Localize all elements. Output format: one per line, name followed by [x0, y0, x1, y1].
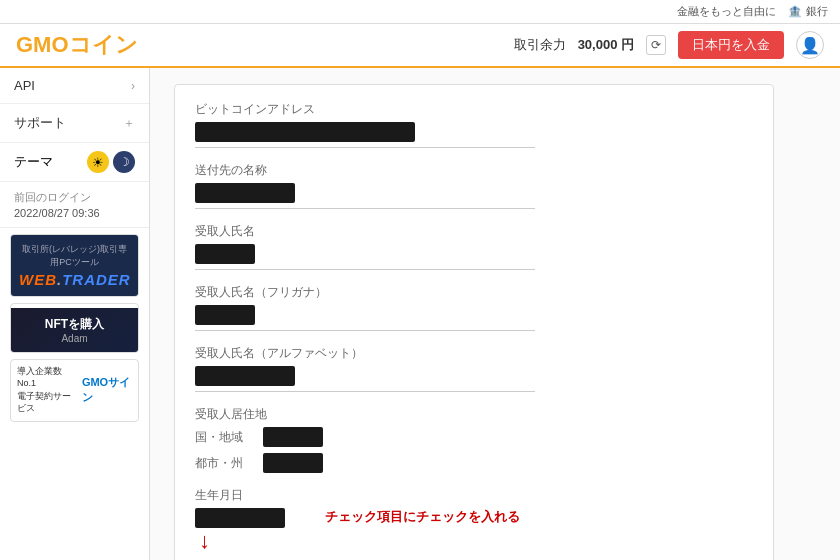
country-row: 国・地域 [195, 427, 753, 447]
city-row: 都市・州 [195, 453, 753, 473]
slogan-text: 金融をもっと自由に [677, 4, 776, 19]
country-label: 国・地域 [195, 429, 255, 446]
gmo-sign-brand: GMOサイン [82, 375, 132, 405]
recipient-alpha-input[interactable] [195, 366, 295, 386]
gmo-sign-banner[interactable]: 導入企業数No.1 電子契約サービス GMOサイン [10, 359, 139, 422]
dob-input[interactable] [195, 508, 285, 528]
theme-toggle[interactable]: ☀ ☽ [87, 151, 135, 173]
sign-label-text: 電子契約サービス [17, 391, 78, 414]
city-input[interactable] [263, 453, 323, 473]
bank-icon: 🏦 [788, 5, 802, 18]
header: GMOコイン 取引余力 30,000 円 ⟳ 日本円を入金 👤 [0, 24, 840, 68]
user-icon[interactable]: 👤 [796, 31, 824, 59]
top-bar: 金融をもっと自由に 🏦 銀行 [0, 0, 840, 24]
prev-login-date: 2022/08/27 09:36 [14, 207, 135, 219]
web-trader-top-text: 取引所(レバレッジ)取引専用PCツール [19, 243, 130, 269]
content-area: ビットコインアドレス 送付先の名称 受取人氏名 受取人氏名（フリガナ） [150, 68, 840, 560]
trading-power-label: 取引余力 [514, 36, 566, 54]
sidebar: API › サポート ＋ テーマ ☀ ☽ 前回のログイン 2022/08/27 … [0, 68, 150, 560]
recipient-name-input[interactable] [195, 183, 295, 203]
recipient-kana-input[interactable] [195, 305, 255, 325]
main-layout: API › サポート ＋ テーマ ☀ ☽ 前回のログイン 2022/08/27 … [0, 68, 840, 560]
moon-icon: ☽ [113, 151, 135, 173]
country-input[interactable] [263, 427, 323, 447]
city-label: 都市・州 [195, 455, 255, 472]
prev-login-label: 前回のログイン [14, 190, 135, 205]
recipient-name-label: 送付先の名称 [195, 162, 753, 179]
recipient-kana-label: 受取人氏名（フリガナ） [195, 284, 753, 301]
arrow-down-icon: ↓ [199, 530, 753, 552]
bitcoin-address-label: ビットコインアドレス [195, 101, 753, 118]
dob-label: 生年月日 [195, 487, 753, 504]
web-trader-logo: WEB.TRADER [19, 271, 130, 288]
recipient-alpha-field: 受取人氏名（アルファベット） [195, 345, 753, 392]
recipient-kanji-label: 受取人氏名 [195, 223, 753, 240]
plus-icon: ＋ [123, 115, 135, 132]
refresh-icon[interactable]: ⟳ [646, 35, 666, 55]
recipient-address-field: 受取人居住地 国・地域 都市・州 [195, 406, 753, 473]
nft-banner[interactable]: NFTを購入 Adam [10, 303, 139, 353]
bitcoin-address-field: ビットコインアドレス [195, 101, 753, 148]
chevron-right-icon: › [131, 79, 135, 93]
dob-field: 生年月日 チェック項目にチェックを入れる ↓ [195, 487, 753, 552]
bank-link[interactable]: 🏦 銀行 [788, 4, 828, 19]
bitcoin-address-input[interactable] [195, 122, 415, 142]
deposit-button[interactable]: 日本円を入金 [678, 31, 784, 59]
recipient-name-field: 送付先の名称 [195, 162, 753, 209]
logo: GMOコイン [16, 30, 138, 60]
trading-power-amount: 30,000 円 [578, 36, 634, 54]
recipient-address-label: 受取人居住地 [195, 406, 753, 423]
nft-text: NFTを購入 [19, 316, 130, 333]
sidebar-theme: テーマ ☀ ☽ [0, 143, 149, 182]
prev-login-section: 前回のログイン 2022/08/27 09:36 [0, 182, 149, 228]
sign-top-text: 導入企業数No.1 [17, 366, 78, 389]
sun-icon: ☀ [87, 151, 109, 173]
nft-sub: Adam [19, 333, 130, 344]
recipient-kanji-input[interactable] [195, 244, 255, 264]
recipient-kanji-field: 受取人氏名 [195, 223, 753, 270]
annotation-check-text: チェック項目にチェックを入れる [325, 508, 520, 526]
recipient-alpha-label: 受取人氏名（アルファベット） [195, 345, 753, 362]
recipient-kana-field: 受取人氏名（フリガナ） [195, 284, 753, 331]
header-right: 取引余力 30,000 円 ⟳ 日本円を入金 👤 [514, 31, 824, 59]
sidebar-item-api[interactable]: API › [0, 68, 149, 104]
form-section: ビットコインアドレス 送付先の名称 受取人氏名 受取人氏名（フリガナ） [174, 84, 774, 560]
sidebar-item-support[interactable]: サポート ＋ [0, 104, 149, 143]
web-trader-banner[interactable]: 取引所(レバレッジ)取引専用PCツール WEB.TRADER [10, 234, 139, 297]
